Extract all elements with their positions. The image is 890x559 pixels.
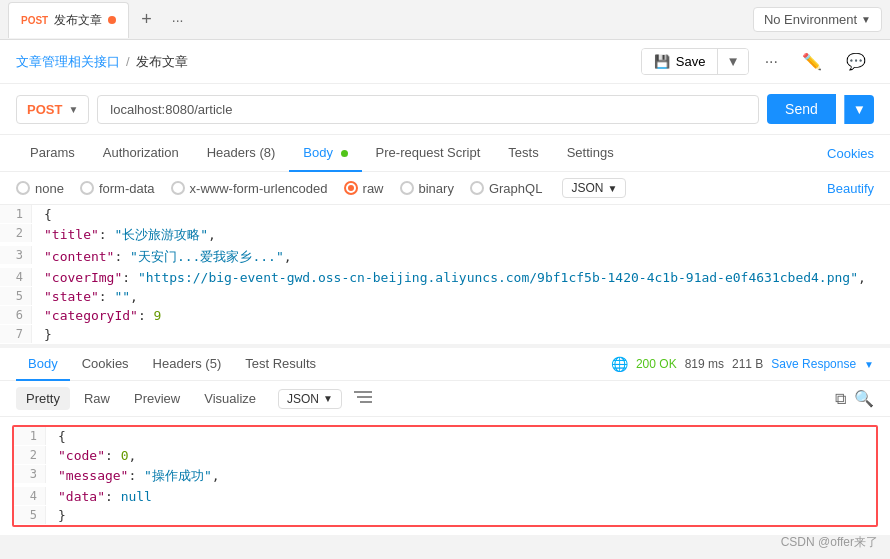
breadcrumb-parent[interactable]: 文章管理相关接口 — [16, 53, 120, 71]
send-dropdown-button[interactable]: ▼ — [844, 95, 874, 124]
url-input[interactable] — [97, 95, 759, 124]
edit-button[interactable]: ✏️ — [794, 48, 830, 75]
tab-prerequest[interactable]: Pre-request Script — [362, 135, 495, 172]
radio-binary[interactable]: binary — [400, 181, 454, 196]
code-line-6: 6 "categoryId": 9 — [0, 306, 890, 325]
request-body-editor[interactable]: 1 { 2 "title": "长沙旅游攻略", 3 "content": "天… — [0, 205, 890, 348]
comment-button[interactable]: 💬 — [838, 48, 874, 75]
tab-settings[interactable]: Settings — [553, 135, 628, 172]
resp-line-1: 1 { — [14, 427, 876, 446]
request-tabs: Params Authorization Headers (8) Body Pr… — [0, 135, 890, 172]
save-dropdown-button[interactable]: ▼ — [717, 49, 747, 74]
breadcrumb-current: 发布文章 — [136, 53, 188, 71]
radio-none-circle — [16, 181, 30, 195]
radio-form-data-circle — [80, 181, 94, 195]
status-time: 819 ms — [685, 357, 724, 371]
code-line-7: 7 } — [0, 325, 890, 344]
resp-line-2: 2 "code": 0, — [14, 446, 876, 465]
resp-tab-body[interactable]: Body — [16, 348, 70, 381]
radio-binary-circle — [400, 181, 414, 195]
radio-raw-circle — [344, 181, 358, 195]
tab-bar: POST 发布文章 + ··· No Environment ▼ — [0, 0, 890, 40]
environment-selector[interactable]: No Environment ▼ — [753, 7, 882, 32]
resp-json-label: JSON — [287, 392, 319, 406]
resp-tab-cookies[interactable]: Cookies — [70, 348, 141, 381]
tab-tests[interactable]: Tests — [494, 135, 552, 172]
search-response-button[interactable]: 🔍 — [854, 389, 874, 408]
tab-body[interactable]: Body — [289, 135, 361, 172]
radio-graphql-circle — [470, 181, 484, 195]
save-button-group: 💾 Save ▼ — [641, 48, 749, 75]
save-button[interactable]: 💾 Save — [642, 49, 718, 74]
resp-tab-test-results[interactable]: Test Results — [233, 348, 328, 381]
breadcrumb-sep: / — [126, 54, 130, 69]
radio-none[interactable]: none — [16, 181, 64, 196]
fmt-preview[interactable]: Preview — [124, 387, 190, 410]
breadcrumb-actions: 💾 Save ▼ ··· ✏️ 💬 — [641, 48, 874, 75]
copy-response-button[interactable]: ⧉ — [835, 389, 846, 408]
resp-json-selector[interactable]: JSON ▼ — [278, 389, 342, 409]
breadcrumb-bar: 文章管理相关接口 / 发布文章 💾 Save ▼ ··· ✏️ 💬 — [0, 40, 890, 84]
body-type-bar: none form-data x-www-form-urlencoded raw… — [0, 172, 890, 205]
tab-authorization[interactable]: Authorization — [89, 135, 193, 172]
resp-sort-icon[interactable] — [354, 390, 372, 407]
cookies-link[interactable]: Cookies — [827, 146, 874, 161]
response-code-block: 1 { 2 "code": 0, 3 "message": "操作成功", 4 … — [12, 425, 878, 527]
code-line-3: 3 "content": "天安门...爱我家乡...", — [0, 246, 890, 268]
method-label: POST — [27, 102, 62, 117]
code-line-1: 1 { — [0, 205, 890, 224]
save-response-button[interactable]: Save Response — [771, 357, 856, 371]
tab-headers[interactable]: Headers (8) — [193, 135, 290, 172]
resp-line-5: 5 } — [14, 506, 876, 525]
method-chevron-icon: ▼ — [68, 104, 78, 115]
globe-icon: 🌐 — [611, 356, 628, 372]
save-label: Save — [676, 54, 706, 69]
radio-urlencoded-circle — [171, 181, 185, 195]
env-label: No Environment — [764, 12, 857, 27]
status-ok: 200 OK — [636, 357, 677, 371]
json-chevron-icon: ▼ — [607, 183, 617, 194]
response-actions: ⧉ 🔍 — [835, 389, 874, 408]
status-size: 211 B — [732, 357, 763, 371]
radio-raw[interactable]: raw — [344, 181, 384, 196]
code-line-2: 2 "title": "长沙旅游攻略", — [0, 224, 890, 246]
save-icon: 💾 — [654, 54, 670, 69]
resp-tab-headers[interactable]: Headers (5) — [141, 348, 234, 381]
tab-params[interactable]: Params — [16, 135, 89, 172]
response-body: 1 { 2 "code": 0, 3 "message": "操作成功", 4 … — [0, 425, 890, 535]
tab-title: 发布文章 — [54, 12, 102, 29]
radio-urlencoded[interactable]: x-www-form-urlencoded — [171, 181, 328, 196]
add-tab-button[interactable]: + — [133, 9, 160, 30]
fmt-raw[interactable]: Raw — [74, 387, 120, 410]
more-options-button[interactable]: ··· — [757, 49, 786, 75]
method-selector[interactable]: POST ▼ — [16, 95, 89, 124]
code-line-4: 4 "coverImg": "https://big-event-gwd.oss… — [0, 268, 890, 287]
tab-method: POST — [21, 15, 48, 26]
save-resp-chevron-icon[interactable]: ▼ — [864, 359, 874, 370]
resp-line-4: 4 "data": null — [14, 487, 876, 506]
response-status: 🌐 200 OK 819 ms 211 B Save Response ▼ — [611, 356, 874, 372]
fmt-pretty[interactable]: Pretty — [16, 387, 70, 410]
url-bar: POST ▼ Send ▼ — [0, 84, 890, 135]
resp-json-chevron-icon: ▼ — [323, 393, 333, 404]
radio-form-data[interactable]: form-data — [80, 181, 155, 196]
beautify-button[interactable]: Beautify — [827, 181, 874, 196]
active-tab[interactable]: POST 发布文章 — [8, 2, 129, 38]
fmt-visualize[interactable]: Visualize — [194, 387, 266, 410]
breadcrumb: 文章管理相关接口 / 发布文章 — [16, 53, 188, 71]
send-button[interactable]: Send — [767, 94, 836, 124]
tab-dirty-dot — [108, 16, 116, 24]
json-badge[interactable]: JSON ▼ — [562, 178, 626, 198]
response-tabs: Body Cookies Headers (5) Test Results 🌐 … — [0, 348, 890, 381]
json-format-label: JSON — [571, 181, 603, 195]
resp-line-3: 3 "message": "操作成功", — [14, 465, 876, 487]
code-line-5: 5 "state": "", — [0, 287, 890, 306]
chevron-down-icon: ▼ — [861, 14, 871, 25]
response-format-bar: Pretty Raw Preview Visualize JSON ▼ ⧉ 🔍 — [0, 381, 890, 417]
more-tabs-button[interactable]: ··· — [164, 12, 192, 28]
response-panel: Body Cookies Headers (5) Test Results 🌐 … — [0, 348, 890, 535]
json-format-selector[interactable]: JSON ▼ — [562, 178, 626, 198]
radio-graphql[interactable]: GraphQL — [470, 181, 542, 196]
